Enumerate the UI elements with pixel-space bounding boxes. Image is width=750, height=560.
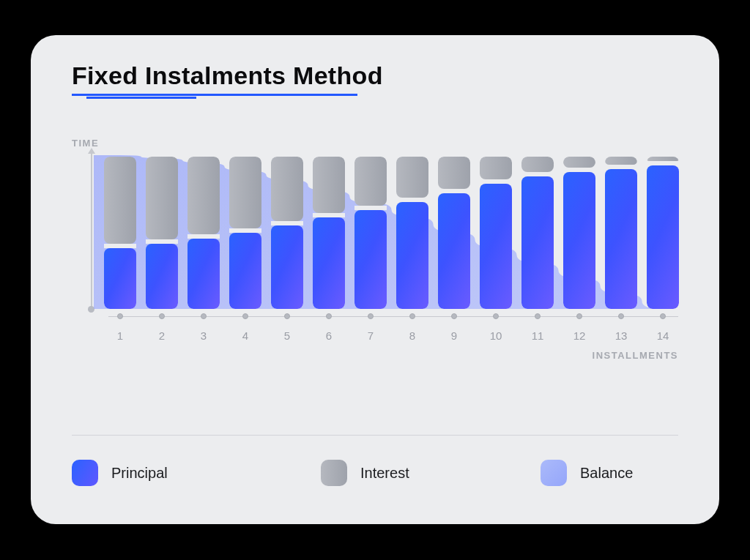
principal-segment — [354, 210, 387, 309]
x-tick — [618, 313, 624, 319]
x-tick — [284, 313, 290, 319]
x-tick-label: 2 — [159, 329, 165, 342]
x-axis-label: INSTALLMENTS — [593, 350, 678, 361]
interest-swatch-icon — [321, 460, 347, 486]
interest-segment — [605, 157, 637, 165]
principal-segment — [188, 239, 220, 309]
principal-segment — [563, 172, 595, 309]
legend-separator — [72, 435, 678, 436]
x-tick-label: 11 — [532, 329, 544, 342]
principal-segment — [104, 248, 136, 309]
principal-segment — [229, 233, 261, 309]
interest-segment — [188, 157, 220, 234]
x-tick-label: 12 — [573, 329, 586, 342]
x-tick-label: 6 — [326, 329, 332, 342]
x-tick — [326, 313, 332, 319]
x-tick-label: 8 — [409, 329, 415, 342]
interest-segment — [480, 157, 512, 179]
x-tick — [242, 313, 248, 319]
x-tick — [117, 313, 123, 319]
x-tick — [409, 313, 415, 319]
principal-segment — [605, 169, 637, 309]
bar-column — [438, 157, 470, 309]
principal-segment — [438, 193, 470, 309]
x-tick-label: 7 — [368, 329, 374, 342]
bar-column — [271, 157, 303, 309]
principal-segment — [647, 165, 679, 309]
bar-column — [313, 157, 345, 309]
x-tick — [660, 313, 666, 319]
principal-segment — [480, 184, 512, 309]
x-tick-label: 9 — [451, 329, 457, 342]
interest-segment — [354, 157, 387, 206]
x-axis-line — [108, 316, 678, 317]
plot-area — [94, 155, 678, 309]
x-tick-label: 5 — [284, 329, 290, 342]
x-tick-label: 13 — [615, 329, 628, 342]
legend-item-balance: Balance — [541, 460, 633, 486]
interest-segment — [229, 157, 261, 228]
x-tick — [451, 313, 457, 319]
y-axis-arrow-icon — [88, 148, 95, 154]
y-axis-line — [91, 151, 92, 310]
bar-column — [104, 157, 136, 309]
x-tick — [493, 313, 499, 319]
interest-segment — [146, 157, 178, 239]
interest-segment — [563, 157, 595, 168]
x-tick — [535, 313, 541, 319]
interest-segment — [396, 157, 428, 198]
chart-card: Fixed Instalments Method TIME — [31, 35, 719, 524]
bar-column — [188, 157, 220, 309]
principal-segment — [521, 176, 554, 309]
bar-column — [229, 157, 261, 309]
principal-segment — [396, 202, 428, 309]
legend-item-principal: Principal — [72, 460, 168, 486]
interest-segment — [521, 157, 554, 172]
bars-container — [94, 155, 678, 309]
x-tick-label: 10 — [490, 329, 502, 342]
legend-item-interest: Interest — [321, 460, 409, 486]
title-underline — [72, 94, 357, 98]
legend-label-balance: Balance — [580, 465, 633, 482]
chart-title: Fixed Instalments Method — [72, 61, 383, 90]
interest-segment — [438, 157, 470, 189]
interest-segment — [271, 157, 303, 221]
x-tick — [201, 313, 207, 319]
interest-segment — [104, 157, 136, 244]
interest-segment — [313, 157, 345, 213]
bar-column — [354, 157, 387, 309]
bar-column — [521, 157, 554, 309]
bar-column — [647, 157, 679, 309]
balance-swatch-icon — [541, 460, 567, 486]
legend-label-principal: Principal — [111, 465, 168, 482]
x-tick-label: 1 — [117, 329, 123, 342]
legend-label-interest: Interest — [360, 465, 409, 482]
bar-column — [396, 157, 428, 309]
x-tick-label: 4 — [242, 329, 248, 342]
principal-segment — [313, 217, 345, 309]
x-tick — [576, 313, 582, 319]
x-tick — [368, 313, 374, 319]
principal-segment — [271, 225, 303, 309]
x-tick — [159, 313, 165, 319]
bar-column — [146, 157, 178, 309]
x-tick-label: 3 — [201, 329, 207, 342]
principal-segment — [146, 244, 178, 309]
x-axis: 1234567891011121314 INSTALLMENTS — [94, 313, 678, 357]
bar-column — [605, 157, 637, 309]
x-tick-label: 14 — [657, 329, 669, 342]
bar-column — [480, 157, 512, 309]
y-axis-label: TIME — [72, 138, 99, 149]
principal-swatch-icon — [72, 460, 98, 486]
bar-column — [563, 157, 595, 309]
